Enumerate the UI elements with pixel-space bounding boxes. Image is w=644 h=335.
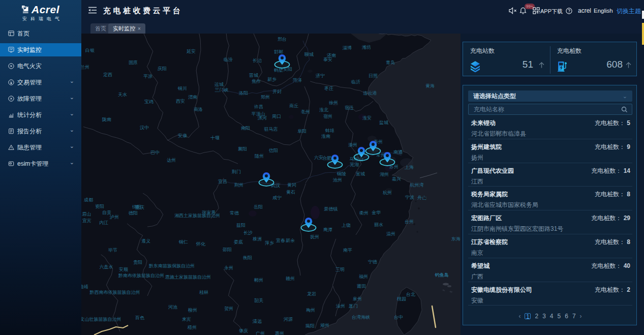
svg-text:怀化: 怀化 [196, 241, 206, 247]
svg-text:萍乡: 萍乡 [265, 240, 274, 246]
svg-text:长治: 长治 [253, 58, 262, 63]
svg-text:眉山: 眉山 [82, 211, 91, 217]
svg-text:铜陵: 铜陵 [336, 171, 346, 176]
svg-text:漳州: 漳州 [336, 303, 345, 309]
svg-text:株洲: 株洲 [253, 236, 262, 241]
svg-text:聊城: 聊城 [304, 52, 314, 57]
svg-text:上饶: 上饶 [342, 223, 351, 228]
svg-text:台中: 台中 [394, 315, 403, 320]
svg-text:六盘水: 六盘水 [100, 264, 113, 269]
svg-text:合肥: 合肥 [322, 156, 332, 161]
svg-text:湖州: 湖州 [380, 172, 389, 177]
svg-text:邯郸: 邯郸 [274, 49, 283, 54]
svg-text:文山壮族苗族自治州: 文山壮族苗族自治州 [81, 317, 121, 322]
svg-text:来宾: 来宾 [182, 317, 191, 322]
svg-text:贺州: 贺州 [224, 306, 233, 311]
svg-text:内江: 内江 [99, 220, 108, 225]
svg-text:商丘: 商丘 [289, 103, 298, 108]
svg-text:晋城: 晋城 [249, 73, 258, 78]
svg-text:宜昌: 宜昌 [218, 179, 227, 184]
svg-text:娄底: 娄底 [234, 239, 243, 245]
svg-text:广州: 广州 [256, 331, 265, 335]
svg-text:陇南: 陇南 [102, 117, 111, 122]
svg-text:延安: 延安 [187, 49, 196, 54]
svg-text:蚌埠: 蚌埠 [325, 128, 334, 133]
svg-text:巴中: 巴中 [150, 150, 160, 155]
svg-text:杭州: 杭州 [383, 190, 392, 195]
svg-text:咸宁: 咸宁 [272, 195, 282, 200]
svg-text:三门峡: 三门峡 [215, 87, 229, 93]
svg-text:滁州: 滁州 [348, 142, 357, 147]
svg-text:河池: 河池 [168, 304, 177, 310]
svg-text:信阳: 信阳 [268, 148, 278, 153]
svg-text:衢州: 衢州 [359, 210, 369, 216]
svg-text:鹰潭: 鹰潭 [323, 227, 332, 232]
svg-text:宜宾: 宜宾 [82, 218, 91, 223]
svg-text:德阳: 德阳 [129, 210, 138, 216]
svg-text:连云港: 连云港 [363, 90, 377, 96]
svg-text:台北: 台北 [406, 292, 415, 297]
svg-text:荆门: 荆门 [232, 169, 241, 174]
svg-text:黄石: 黄石 [286, 190, 295, 195]
svg-text:邵阳: 邵阳 [223, 247, 232, 252]
svg-text:亳州: 亳州 [301, 109, 310, 114]
svg-text:白银: 白银 [85, 48, 95, 53]
svg-text:桃园: 桃园 [396, 296, 406, 301]
svg-text:梧州: 梧州 [187, 325, 197, 330]
svg-text:襄阳: 襄阳 [238, 146, 247, 151]
svg-text:丽水: 丽水 [374, 222, 383, 227]
svg-text:许昌: 许昌 [254, 104, 263, 109]
svg-text:泰安: 泰安 [323, 57, 332, 62]
svg-text:开封: 开封 [272, 89, 282, 94]
svg-text:阜阳: 阜阳 [297, 129, 306, 134]
svg-text:日照: 日照 [369, 73, 378, 78]
svg-text:宿迁: 宿迁 [345, 105, 354, 110]
svg-text:南阳: 南阳 [241, 126, 250, 131]
svg-text:黄海: 黄海 [425, 83, 435, 88]
svg-text:龙岩: 龙岩 [307, 291, 316, 296]
svg-text:宜春: 宜春 [276, 238, 285, 243]
svg-text:驻马店: 驻马店 [264, 127, 278, 132]
svg-text:永州: 永州 [224, 265, 233, 270]
svg-text:商洛: 商洛 [194, 107, 203, 112]
svg-text:西安: 西安 [176, 99, 185, 104]
svg-text:上海: 上海 [405, 165, 414, 170]
svg-text:钓鱼岛: 钓鱼岛 [435, 272, 449, 278]
svg-text:新余: 新余 [286, 238, 295, 243]
svg-text:宿州: 宿州 [323, 114, 332, 119]
svg-text:成都: 成都 [84, 197, 93, 202]
svg-text:抚州: 抚州 [310, 234, 319, 239]
svg-text:荆州: 荆州 [234, 182, 243, 188]
svg-text:随州: 随州 [255, 154, 264, 159]
svg-text:黔南布依族苗族自治州: 黔南布依族苗族自治州 [118, 273, 164, 278]
svg-text:厦门: 厦门 [349, 303, 358, 309]
svg-text:莆田: 莆田 [357, 284, 366, 289]
svg-text:温州: 温州 [386, 231, 395, 236]
svg-text:益阳: 益阳 [236, 223, 246, 228]
svg-text:长沙: 长沙 [243, 230, 253, 235]
svg-text:渭南: 渭南 [188, 95, 197, 100]
svg-text:宣城: 宣城 [356, 171, 365, 176]
svg-text:十堰: 十堰 [210, 135, 220, 140]
svg-text:安康: 安康 [178, 133, 187, 138]
svg-text:韶关: 韶关 [254, 298, 263, 303]
svg-text:遵义: 遵义 [141, 238, 150, 243]
svg-text:枣庄: 枣庄 [324, 86, 333, 91]
svg-text:恩施土家族苗族自治州: 恩施土家族苗族自治州 [165, 275, 211, 280]
svg-text:定西: 定西 [103, 72, 112, 77]
svg-text:平凉: 平凉 [143, 74, 152, 79]
svg-text:清远: 清远 [252, 319, 262, 324]
svg-text:台湾海峡: 台湾海峡 [352, 315, 370, 320]
svg-text:福州: 福州 [359, 274, 368, 279]
svg-text:南通: 南通 [393, 149, 403, 155]
svg-text:济宁: 济宁 [316, 73, 325, 78]
svg-text:湘西土家族苗族自治州: 湘西土家族苗族自治州 [174, 213, 220, 218]
svg-text:淮南: 淮南 [321, 134, 330, 139]
svg-text:台州: 台州 [405, 219, 414, 224]
svg-text:临汾: 临汾 [224, 57, 233, 62]
svg-text:庆阳: 庆阳 [158, 66, 167, 71]
svg-text:固原: 固原 [129, 60, 138, 65]
svg-text:池州: 池州 [332, 177, 342, 182]
svg-text:泉州: 泉州 [353, 296, 362, 301]
svg-text:铜川: 铜川 [177, 86, 187, 91]
